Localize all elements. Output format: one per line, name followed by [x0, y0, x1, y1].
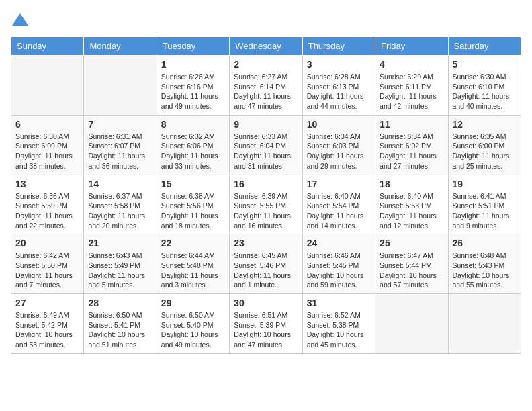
day-number: 27: [15, 298, 79, 308]
calendar-day-cell: 25Sunrise: 6:47 AMSunset: 5:44 PMDayligh…: [375, 234, 448, 294]
day-number: 4: [380, 59, 443, 70]
calendar-day-cell: 21Sunrise: 6:43 AMSunset: 5:49 PMDayligh…: [84, 234, 157, 294]
calendar-day-cell: 19Sunrise: 6:41 AMSunset: 5:51 PMDayligh…: [448, 175, 521, 234]
calendar-day-cell: 3Sunrise: 6:28 AMSunset: 6:13 PMDaylight…: [302, 56, 375, 116]
day-number: 6: [15, 119, 79, 130]
day-number: 18: [380, 179, 443, 189]
day-info: Sunrise: 6:45 AMSunset: 5:46 PMDaylight:…: [234, 250, 298, 290]
calendar-day-cell: 17Sunrise: 6:40 AMSunset: 5:54 PMDayligh…: [302, 175, 375, 234]
day-number: 3: [307, 59, 371, 70]
day-number: 12: [453, 119, 517, 130]
calendar-day-cell: 10Sunrise: 6:34 AMSunset: 6:03 PMDayligh…: [302, 115, 375, 175]
logo-icon: [11, 11, 30, 30]
logo: [11, 11, 32, 30]
calendar-day-cell: 11Sunrise: 6:34 AMSunset: 6:02 PMDayligh…: [375, 115, 448, 175]
page-header: [11, 11, 521, 30]
day-info: Sunrise: 6:50 AMSunset: 5:40 PMDaylight:…: [161, 310, 225, 350]
day-of-week-header: Monday: [84, 37, 157, 56]
calendar-day-cell: 29Sunrise: 6:50 AMSunset: 5:40 PMDayligh…: [157, 294, 229, 354]
day-number: 25: [380, 238, 443, 248]
calendar-day-cell: [11, 56, 84, 116]
day-of-week-header: Friday: [375, 37, 448, 56]
day-info: Sunrise: 6:29 AMSunset: 6:11 PMDaylight:…: [380, 72, 443, 111]
day-info: Sunrise: 6:40 AMSunset: 5:54 PMDaylight:…: [307, 191, 371, 231]
calendar-day-cell: 16Sunrise: 6:39 AMSunset: 5:55 PMDayligh…: [230, 175, 302, 234]
calendar-day-cell: 5Sunrise: 6:30 AMSunset: 6:10 PMDaylight…: [448, 56, 521, 116]
calendar-day-cell: 20Sunrise: 6:42 AMSunset: 5:50 PMDayligh…: [11, 234, 84, 294]
day-info: Sunrise: 6:33 AMSunset: 6:04 PMDaylight:…: [234, 132, 298, 171]
calendar-day-cell: 23Sunrise: 6:45 AMSunset: 5:46 PMDayligh…: [230, 234, 302, 294]
calendar-day-cell: [375, 294, 448, 354]
day-number: 24: [307, 238, 371, 248]
day-info: Sunrise: 6:31 AMSunset: 6:07 PMDaylight:…: [88, 132, 152, 171]
day-number: 1: [161, 59, 225, 70]
day-info: Sunrise: 6:30 AMSunset: 6:09 PMDaylight:…: [15, 132, 79, 171]
calendar-week-row: 20Sunrise: 6:42 AMSunset: 5:50 PMDayligh…: [11, 234, 521, 294]
calendar-day-cell: 7Sunrise: 6:31 AMSunset: 6:07 PMDaylight…: [84, 115, 157, 175]
calendar-day-cell: [84, 56, 157, 116]
day-number: 31: [307, 298, 371, 308]
day-info: Sunrise: 6:40 AMSunset: 5:53 PMDaylight:…: [380, 191, 443, 231]
calendar-day-cell: 31Sunrise: 6:52 AMSunset: 5:38 PMDayligh…: [302, 294, 375, 354]
day-number: 5: [453, 59, 517, 70]
calendar-day-cell: 22Sunrise: 6:44 AMSunset: 5:48 PMDayligh…: [157, 234, 229, 294]
day-number: 16: [234, 179, 298, 189]
day-number: 11: [380, 119, 443, 130]
day-info: Sunrise: 6:36 AMSunset: 5:59 PMDaylight:…: [15, 191, 79, 231]
day-number: 26: [453, 238, 517, 248]
day-of-week-header: Saturday: [448, 37, 521, 56]
day-of-week-header: Sunday: [11, 37, 84, 56]
day-info: Sunrise: 6:41 AMSunset: 5:51 PMDaylight:…: [453, 191, 517, 231]
day-number: 8: [161, 119, 225, 130]
calendar-day-cell: 30Sunrise: 6:51 AMSunset: 5:39 PMDayligh…: [230, 294, 302, 354]
calendar-day-cell: [448, 294, 521, 354]
calendar-day-cell: 27Sunrise: 6:49 AMSunset: 5:42 PMDayligh…: [11, 294, 84, 354]
calendar-day-cell: 28Sunrise: 6:50 AMSunset: 5:41 PMDayligh…: [84, 294, 157, 354]
day-number: 19: [453, 179, 517, 189]
day-info: Sunrise: 6:49 AMSunset: 5:42 PMDaylight:…: [15, 310, 79, 350]
day-info: Sunrise: 6:30 AMSunset: 6:10 PMDaylight:…: [453, 72, 517, 111]
day-number: 9: [234, 119, 298, 130]
day-info: Sunrise: 6:39 AMSunset: 5:55 PMDaylight:…: [234, 191, 298, 231]
day-info: Sunrise: 6:37 AMSunset: 5:58 PMDaylight:…: [88, 191, 152, 231]
calendar-week-row: 27Sunrise: 6:49 AMSunset: 5:42 PMDayligh…: [11, 294, 521, 354]
day-number: 21: [88, 238, 152, 248]
day-info: Sunrise: 6:34 AMSunset: 6:02 PMDaylight:…: [380, 132, 443, 171]
calendar-week-row: 1Sunrise: 6:26 AMSunset: 6:16 PMDaylight…: [11, 56, 521, 116]
day-number: 10: [307, 119, 371, 130]
day-info: Sunrise: 6:47 AMSunset: 5:44 PMDaylight:…: [380, 250, 443, 290]
day-info: Sunrise: 6:51 AMSunset: 5:39 PMDaylight:…: [234, 310, 298, 350]
calendar-day-cell: 26Sunrise: 6:48 AMSunset: 5:43 PMDayligh…: [448, 234, 521, 294]
day-number: 29: [161, 298, 225, 308]
calendar-day-cell: 6Sunrise: 6:30 AMSunset: 6:09 PMDaylight…: [11, 115, 84, 175]
day-number: 28: [88, 298, 152, 308]
calendar-day-cell: 18Sunrise: 6:40 AMSunset: 5:53 PMDayligh…: [375, 175, 448, 234]
day-info: Sunrise: 6:42 AMSunset: 5:50 PMDaylight:…: [15, 250, 79, 290]
calendar-day-cell: 14Sunrise: 6:37 AMSunset: 5:58 PMDayligh…: [84, 175, 157, 234]
day-number: 2: [234, 59, 298, 70]
day-info: Sunrise: 6:26 AMSunset: 6:16 PMDaylight:…: [161, 72, 225, 111]
day-number: 13: [15, 179, 79, 189]
day-info: Sunrise: 6:28 AMSunset: 6:13 PMDaylight:…: [307, 72, 371, 111]
calendar-header-row: SundayMondayTuesdayWednesdayThursdayFrid…: [11, 37, 521, 56]
day-info: Sunrise: 6:46 AMSunset: 5:45 PMDaylight:…: [307, 250, 371, 290]
day-number: 23: [234, 238, 298, 248]
calendar-day-cell: 24Sunrise: 6:46 AMSunset: 5:45 PMDayligh…: [302, 234, 375, 294]
day-info: Sunrise: 6:50 AMSunset: 5:41 PMDaylight:…: [88, 310, 152, 350]
calendar-day-cell: 13Sunrise: 6:36 AMSunset: 5:59 PMDayligh…: [11, 175, 84, 234]
day-number: 30: [234, 298, 298, 308]
day-info: Sunrise: 6:48 AMSunset: 5:43 PMDaylight:…: [453, 250, 517, 290]
calendar-day-cell: 15Sunrise: 6:38 AMSunset: 5:56 PMDayligh…: [157, 175, 229, 234]
day-info: Sunrise: 6:44 AMSunset: 5:48 PMDaylight:…: [161, 250, 225, 290]
day-number: 14: [88, 179, 152, 189]
day-info: Sunrise: 6:27 AMSunset: 6:14 PMDaylight:…: [234, 72, 298, 111]
calendar-day-cell: 2Sunrise: 6:27 AMSunset: 6:14 PMDaylight…: [230, 56, 302, 116]
day-number: 17: [307, 179, 371, 189]
calendar-table: SundayMondayTuesdayWednesdayThursdayFrid…: [11, 36, 521, 354]
day-info: Sunrise: 6:34 AMSunset: 6:03 PMDaylight:…: [307, 132, 371, 171]
calendar-week-row: 13Sunrise: 6:36 AMSunset: 5:59 PMDayligh…: [11, 175, 521, 234]
calendar-day-cell: 8Sunrise: 6:32 AMSunset: 6:06 PMDaylight…: [157, 115, 229, 175]
day-number: 7: [88, 119, 152, 130]
calendar-day-cell: 1Sunrise: 6:26 AMSunset: 6:16 PMDaylight…: [157, 56, 229, 116]
svg-marker-0: [12, 13, 28, 26]
